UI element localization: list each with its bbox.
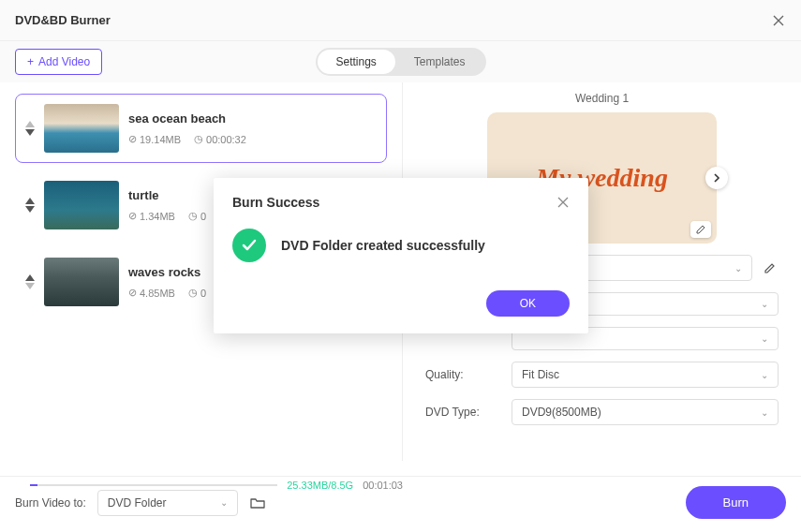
modal-title: Burn Success xyxy=(232,195,319,210)
header: DVD&BD Burner xyxy=(0,0,801,41)
folder-icon[interactable] xyxy=(249,495,266,511)
select-value: Fit Disc xyxy=(522,368,559,381)
quality-label: Quality: xyxy=(425,368,502,381)
chevron-down-icon: ⌄ xyxy=(761,370,768,380)
modal-header: Burn Success xyxy=(232,195,570,210)
video-thumbnail xyxy=(44,258,119,306)
video-size: 19.14MB xyxy=(140,134,181,145)
add-video-label: Add Video xyxy=(38,55,90,68)
chevron-down-icon: ⌄ xyxy=(761,333,768,344)
usage-progress xyxy=(30,484,277,486)
move-up-icon[interactable] xyxy=(25,121,35,127)
close-icon[interactable] xyxy=(771,13,786,28)
video-duration: 0 xyxy=(200,288,206,299)
chevron-down-icon: ⌄ xyxy=(220,497,228,508)
video-size: 4.85MB xyxy=(140,288,175,299)
total-duration: 00:01:03 xyxy=(363,480,403,491)
reorder-controls xyxy=(25,121,35,136)
move-up-icon[interactable] xyxy=(25,274,35,281)
checkmark-icon xyxy=(232,229,266,262)
clock-icon: ◷ xyxy=(188,287,198,299)
video-thumbnail xyxy=(44,104,119,153)
dvdtype-label: DVD Type: xyxy=(425,406,502,419)
chevron-down-icon: ⌄ xyxy=(734,263,742,273)
video-stats: ⊘ 19.14MB ◷ 00:00:32 xyxy=(128,133,377,145)
toolbar: + Add Video Settings Templates xyxy=(0,41,801,82)
move-down-icon[interactable] xyxy=(25,129,35,136)
modal-message: DVD Folder created successfully xyxy=(281,238,485,253)
burn-target-select[interactable]: DVD Folder ⌄ xyxy=(97,490,238,516)
chevron-down-icon: ⌄ xyxy=(761,407,768,418)
modal-footer: OK xyxy=(232,290,570,317)
dvdtype-select[interactable]: DVD9(8500MB) ⌄ xyxy=(512,399,779,425)
reorder-controls xyxy=(25,274,35,289)
edit-template-button[interactable] xyxy=(690,221,711,238)
video-duration: 0 xyxy=(200,211,206,222)
template-name: Wedding 1 xyxy=(425,92,779,105)
modal-body: DVD Folder created successfully xyxy=(232,229,570,262)
clock-icon: ◷ xyxy=(194,133,203,145)
video-duration: 00:00:32 xyxy=(206,134,246,145)
video-item[interactable]: sea ocean beach ⊘ 19.14MB ◷ 00:00:32 xyxy=(15,94,387,163)
video-title: sea ocean beach xyxy=(128,111,377,126)
burn-success-modal: Burn Success DVD Folder created successf… xyxy=(214,178,588,333)
quality-select[interactable]: Fit Disc ⌄ xyxy=(512,362,779,388)
form-row-dvdtype: DVD Type: DVD9(8500MB) ⌄ xyxy=(425,399,779,425)
move-down-icon[interactable] xyxy=(25,283,35,289)
tab-group: Settings Templates xyxy=(315,48,485,76)
plus-icon: + xyxy=(27,55,34,68)
burn-button[interactable]: Burn xyxy=(686,486,786,519)
usage-size: 25.33MB/8.5G xyxy=(287,480,353,491)
clock-icon: ◷ xyxy=(188,210,198,222)
tab-settings[interactable]: Settings xyxy=(317,50,394,74)
video-thumbnail xyxy=(44,181,119,229)
disc-icon: ⊘ xyxy=(128,133,137,145)
app-title: DVD&BD Burner xyxy=(15,13,771,27)
reorder-controls xyxy=(25,198,35,213)
ok-button[interactable]: OK xyxy=(486,290,570,317)
form-row-quality: Quality: Fit Disc ⌄ xyxy=(425,362,779,388)
add-video-button[interactable]: + Add Video xyxy=(15,49,102,75)
pencil-icon[interactable] xyxy=(762,259,779,276)
chevron-down-icon: ⌄ xyxy=(761,299,768,309)
next-template-button[interactable] xyxy=(705,167,728,189)
select-value: DVD9(8500MB) xyxy=(522,406,601,419)
video-size: 1.34MB xyxy=(140,211,175,222)
burn-to-label: Burn Video to: xyxy=(15,496,86,510)
disc-icon: ⊘ xyxy=(128,210,137,222)
video-meta: sea ocean beach ⊘ 19.14MB ◷ 00:00:32 xyxy=(128,111,377,145)
move-up-icon[interactable] xyxy=(25,198,35,204)
tab-templates[interactable]: Templates xyxy=(395,50,484,74)
usage-progress-fill xyxy=(30,484,37,486)
disc-icon: ⊘ xyxy=(128,287,137,299)
close-icon[interactable] xyxy=(556,196,570,209)
move-down-icon[interactable] xyxy=(25,206,35,213)
select-value: DVD Folder xyxy=(108,496,167,510)
